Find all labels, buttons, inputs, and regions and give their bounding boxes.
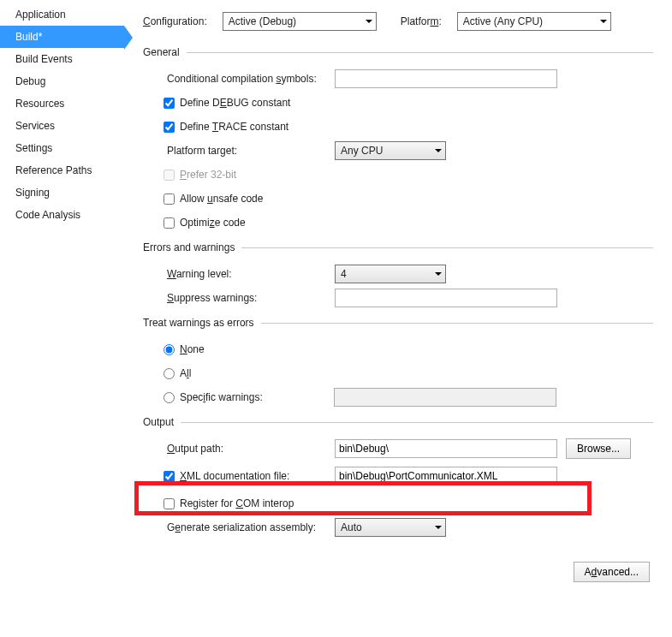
suppress-label: Suppress warnings: bbox=[164, 292, 335, 304]
treat-specific-label: Specific warnings: bbox=[180, 391, 334, 403]
output-header: Output bbox=[143, 416, 174, 428]
configuration-dropdown[interactable]: Active (Debug) bbox=[223, 12, 377, 31]
sidebar-item-debug[interactable]: Debug bbox=[0, 70, 124, 92]
xml-doc-label: XML documentation file: bbox=[180, 470, 335, 482]
treat-specific-radio[interactable] bbox=[164, 392, 175, 403]
output-path-input[interactable] bbox=[335, 439, 557, 458]
platform-target-value: Any CPU bbox=[341, 145, 383, 157]
optimize-label: Optimize code bbox=[180, 217, 246, 229]
define-trace-checkbox[interactable] bbox=[164, 122, 175, 133]
cond-symbols-input[interactable] bbox=[335, 69, 557, 88]
treat-all-label: All bbox=[180, 367, 191, 379]
define-trace-label: Define TRACE constant bbox=[180, 121, 288, 133]
platform-dropdown[interactable]: Active (Any CPU) bbox=[457, 12, 611, 31]
platform-target-label: Platform target: bbox=[164, 145, 335, 157]
divider bbox=[241, 247, 653, 248]
browse-button[interactable]: Browse... bbox=[566, 438, 631, 459]
configuration-value: Active (Debug) bbox=[229, 15, 296, 27]
prefer32-label: Prefer 32-bit bbox=[180, 169, 236, 181]
allow-unsafe-label: Allow unsafe code bbox=[180, 193, 263, 205]
serialize-value: Auto bbox=[341, 521, 362, 533]
optimize-checkbox[interactable] bbox=[164, 217, 175, 229]
sidebar-item-application[interactable]: Application bbox=[0, 3, 124, 26]
cond-symbols-label: Conditional compilation symbols: bbox=[164, 73, 335, 85]
treat-specific-input bbox=[334, 388, 556, 407]
chevron-down-icon bbox=[600, 20, 607, 23]
platform-value: Active (Any CPU) bbox=[463, 15, 543, 27]
sidebar-item-code-analysis[interactable]: Code Analysis bbox=[0, 204, 124, 226]
treat-header: Treat warnings as errors bbox=[143, 317, 254, 329]
serialize-dropdown[interactable]: Auto bbox=[335, 518, 446, 537]
prefer32-checkbox bbox=[164, 170, 175, 181]
warning-level-dropdown[interactable]: 4 bbox=[335, 265, 446, 283]
sidebar: Application Build* Build Events Debug Re… bbox=[0, 0, 124, 637]
register-com-label: Register for COM interop bbox=[180, 497, 294, 509]
treat-none-radio[interactable] bbox=[164, 344, 175, 355]
chevron-down-icon bbox=[435, 149, 442, 152]
warning-level-label: Warning level: bbox=[164, 268, 335, 280]
divider bbox=[181, 422, 653, 423]
treat-none-label: None bbox=[180, 343, 205, 355]
chevron-down-icon bbox=[366, 20, 372, 23]
main-panel: Configuration: Active (Debug) Platform: … bbox=[124, 0, 672, 637]
sidebar-item-resources[interactable]: Resources bbox=[0, 92, 124, 115]
define-debug-checkbox[interactable] bbox=[164, 98, 175, 109]
platform-label: Platform: bbox=[401, 15, 442, 27]
divider bbox=[261, 323, 653, 324]
output-path-label: Output path: bbox=[164, 443, 335, 455]
configuration-label: Configuration: bbox=[143, 15, 207, 27]
register-com-checkbox[interactable] bbox=[164, 498, 175, 509]
allow-unsafe-checkbox[interactable] bbox=[164, 193, 175, 205]
divider bbox=[187, 52, 653, 53]
chevron-down-icon bbox=[435, 526, 442, 529]
xml-doc-checkbox[interactable] bbox=[164, 471, 175, 482]
xml-doc-input[interactable] bbox=[335, 467, 557, 485]
errors-header: Errors and warnings bbox=[143, 241, 235, 253]
platform-target-dropdown[interactable]: Any CPU bbox=[335, 141, 446, 160]
sidebar-item-services[interactable]: Services bbox=[0, 115, 124, 137]
serialize-label: Generate serialization assembly: bbox=[164, 521, 335, 533]
suppress-input[interactable] bbox=[335, 289, 557, 307]
advanced-button[interactable]: Advanced... bbox=[574, 562, 650, 582]
general-header: General bbox=[143, 46, 180, 58]
sidebar-item-signing[interactable]: Signing bbox=[0, 182, 124, 204]
sidebar-item-reference-paths[interactable]: Reference Paths bbox=[0, 159, 124, 182]
chevron-down-icon bbox=[435, 272, 442, 276]
sidebar-item-build[interactable]: Build* bbox=[0, 26, 124, 48]
treat-all-radio[interactable] bbox=[164, 368, 175, 379]
warning-level-value: 4 bbox=[341, 268, 347, 280]
sidebar-item-settings[interactable]: Settings bbox=[0, 137, 124, 159]
define-debug-label: Define DEBUG constant bbox=[180, 97, 290, 109]
sidebar-item-build-events[interactable]: Build Events bbox=[0, 48, 124, 70]
